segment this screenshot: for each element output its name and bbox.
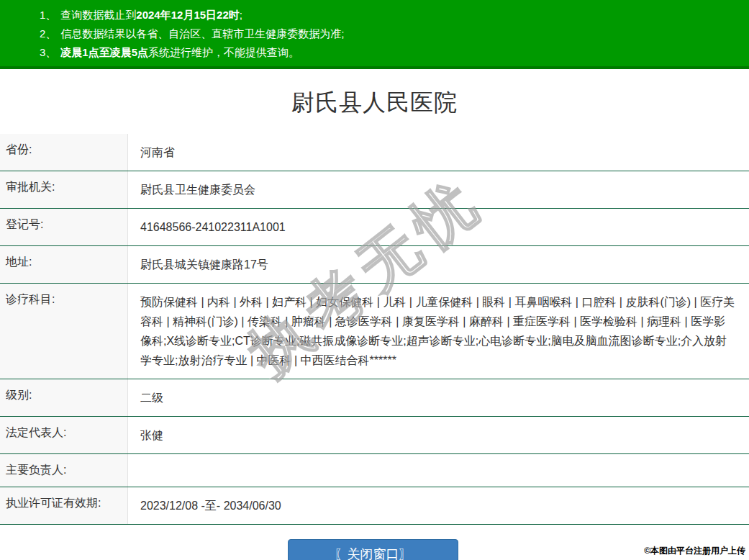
table-row-medical-departments: 诊疗科目: 预防保健科 | 内科 | 外科 | 妇产科 | 妇女保健科 | 儿科…	[0, 284, 749, 379]
row-label: 主要负责人:	[0, 454, 128, 487]
close-window-button[interactable]: 〖关闭窗口〗	[288, 539, 458, 560]
notice-line-2: 2、信息数据结果以各省、自治区、直辖市卫生健康委数据为准;	[40, 24, 735, 43]
row-label: 执业许可证有效期:	[0, 487, 128, 524]
notice-number: 2、	[40, 27, 56, 40]
table-row-registration-number: 登记号: 41648566-241022311A1001	[0, 209, 749, 246]
row-value: 41648566-241022311A1001	[128, 209, 749, 245]
row-label: 地址:	[0, 246, 128, 283]
table-row-approval-authority: 审批机关: 尉氏县卫生健康委员会	[0, 171, 749, 209]
row-value: 张健	[128, 417, 749, 453]
row-label: 诊疗科目:	[0, 284, 128, 379]
notice-number: 1、	[40, 9, 56, 21]
row-value: 尉氏县城关镇健康路17号	[128, 246, 749, 283]
row-value: 二级	[128, 379, 749, 416]
page-title: 尉氏县人民医院	[0, 69, 749, 134]
table-row-legal-representative: 法定代表人: 张健	[0, 417, 749, 454]
notice-bold-text: 2024年12月15日22时	[136, 9, 239, 21]
notice-number: 3、	[40, 46, 56, 58]
row-value: 尉氏县卫生健康委员会	[128, 171, 749, 208]
notice-text: ;	[240, 9, 242, 21]
row-label: 审批机关:	[0, 171, 128, 208]
notice-bold-text: 凌晨1点至凌晨5点	[60, 46, 148, 58]
hospital-info-table: 省份: 河南省 审批机关: 尉氏县卫生健康委员会 登记号: 41648566-2…	[0, 134, 749, 525]
table-row-license-validity: 执业许可证有效期: 2023/12/08 -至- 2034/06/30	[0, 487, 749, 525]
row-label: 法定代表人:	[0, 417, 128, 453]
row-value: 2023/12/08 -至- 2034/06/30	[128, 487, 749, 524]
row-value: 河南省	[128, 134, 749, 171]
table-row-province: 省份: 河南省	[0, 134, 749, 171]
table-row-level: 级别: 二级	[0, 379, 749, 417]
row-value	[128, 454, 749, 487]
row-label: 省份:	[0, 134, 128, 171]
row-label: 登记号:	[0, 209, 128, 245]
table-row-main-person-in-charge: 主要负责人:	[0, 454, 749, 487]
footer-note: ©本图由平台注册用户上传	[644, 545, 745, 557]
notice-line-1: 1、查询数据截止到2024年12月15日22时;	[40, 6, 735, 24]
notice-banner: 1、查询数据截止到2024年12月15日22时; 2、信息数据结果以各省、自治区…	[0, 0, 749, 66]
notice-text: 系统进行维护，不能提供查询。	[148, 46, 299, 58]
notice-text: 信息数据结果以各省、自治区、直辖市卫生健康委数据为准;	[60, 27, 344, 40]
row-label: 级别:	[0, 379, 128, 416]
notice-text: 查询数据截止到	[60, 9, 136, 21]
table-row-address: 地址: 尉氏县城关镇健康路17号	[0, 246, 749, 284]
row-value: 预防保健科 | 内科 | 外科 | 妇产科 | 妇女保健科 | 儿科 | 儿童保…	[128, 284, 749, 379]
notice-line-3: 3、凌晨1点至凌晨5点系统进行维护，不能提供查询。	[40, 43, 735, 62]
